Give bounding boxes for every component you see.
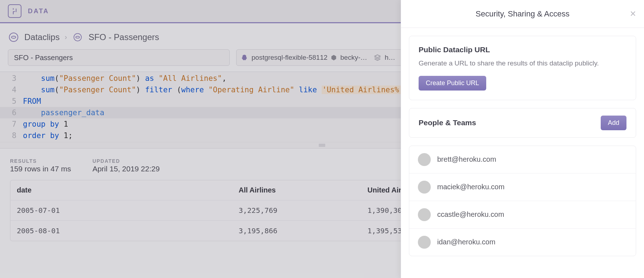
breadcrumb-root[interactable]: Dataclips [24, 32, 60, 42]
db-app: becky-d… [340, 54, 370, 62]
breadcrumb-current: SFO - Passengers [88, 32, 159, 42]
col-header-date: date [10, 180, 232, 200]
drag-handle-icon [318, 143, 326, 147]
sidepanel-header: Security, Sharing & Access ✕ [401, 0, 644, 28]
add-person-button[interactable]: Add [601, 116, 626, 130]
heroku-logo[interactable] [8, 4, 21, 18]
db-extra: h… [385, 54, 395, 62]
sidepanel-title: Security, Sharing & Access [475, 9, 570, 19]
avatar [418, 236, 431, 249]
person-row[interactable]: maciek@heroku.com [409, 174, 636, 201]
people-list: brett@heroku.commaciek@heroku.comccastle… [409, 146, 636, 256]
svg-point-1 [74, 33, 82, 41]
line-number: 5 [0, 96, 23, 107]
hexagon-icon: ⬢ [331, 54, 337, 62]
dataclip-icon [72, 31, 83, 43]
line-number: 8 [0, 130, 23, 141]
cell-date: 2005-08-01 [10, 221, 232, 241]
line-number: 4 [0, 84, 23, 96]
brand-label: DATA [28, 8, 49, 15]
breadcrumb: Dataclips › SFO - Passengers [8, 31, 159, 43]
line-number: 3 [0, 73, 23, 84]
person-email: idan@heroku.com [437, 238, 496, 246]
person-email: brett@heroku.com [437, 155, 496, 164]
avatar [418, 181, 431, 194]
cell-all: 3,195,866 [232, 221, 361, 241]
results-summary: 159 rows in 47 ms [10, 165, 71, 173]
people-teams-heading: People & Teams [419, 118, 476, 127]
svg-point-0 [9, 33, 18, 42]
public-url-card: Public Dataclip URL Generate a URL to sh… [409, 36, 636, 100]
public-url-heading: Public Dataclip URL [419, 45, 626, 54]
person-row[interactable]: idan@heroku.com [409, 229, 636, 256]
results-summary-block: RESULTS 159 rows in 47 ms [10, 158, 71, 173]
updated-value: April 15, 2019 22:29 [92, 165, 160, 173]
cell-all: 3,225,769 [232, 200, 361, 220]
line-number: 7 [0, 118, 23, 130]
heroku-mark-icon [11, 7, 18, 15]
dataclip-title-input[interactable] [8, 49, 230, 66]
updated-block: UPDATED April 15, 2019 22:29 [92, 158, 160, 173]
cell-date: 2005-07-01 [10, 200, 232, 220]
people-teams-card: People & Teams Add [409, 108, 636, 138]
person-row[interactable]: ccastle@heroku.com [409, 201, 636, 229]
sharing-sidepanel: Security, Sharing & Access ✕ Public Data… [401, 0, 644, 278]
results-label: RESULTS [10, 158, 71, 164]
stack-icon [374, 54, 381, 61]
person-row[interactable]: brett@heroku.com [409, 146, 636, 174]
col-header-all: All Airlines [232, 180, 361, 200]
breadcrumb-separator: › [65, 33, 67, 41]
person-email: maciek@heroku.com [437, 183, 504, 191]
avatar [418, 208, 431, 221]
person-email: ccastle@heroku.com [437, 210, 504, 219]
line-number: 6 [0, 107, 23, 118]
create-public-url-button[interactable]: Create Public URL [419, 76, 486, 91]
db-primary: postgresql-flexible-58112 [252, 54, 327, 62]
public-url-desc: Generate a URL to share the results of t… [419, 58, 626, 69]
updated-label: UPDATED [92, 158, 160, 164]
postgres-icon [241, 54, 248, 61]
avatar [418, 153, 431, 166]
dataclips-icon [8, 31, 19, 43]
close-icon[interactable]: ✕ [630, 9, 636, 19]
